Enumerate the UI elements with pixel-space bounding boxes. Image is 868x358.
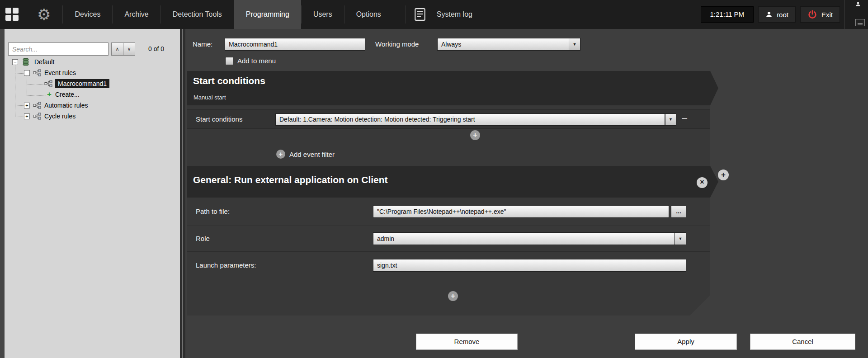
add-to-menu-checkbox[interactable] <box>225 57 233 65</box>
dropdown-arrow-icon: ▼ <box>679 236 683 241</box>
tree-item-cycle-rules[interactable]: + Cycle rules <box>24 111 75 121</box>
dropdown-arrow-icon: ▼ <box>669 117 673 122</box>
tree-label-default: Default <box>34 58 54 66</box>
window-controls <box>844 0 868 29</box>
close-icon: × <box>700 178 704 186</box>
expander-closed-icon[interactable]: + <box>24 103 30 108</box>
working-mode-label: Working mode <box>375 38 419 51</box>
start-condition-dropdown-button[interactable]: ▼ <box>665 113 676 126</box>
action-section-header: General: Run external application on Cli… <box>187 166 718 198</box>
tree-guide-line <box>27 76 27 95</box>
app-window: ⚙ Devices Archive Detection Tools Progra… <box>0 0 868 358</box>
remove-condition-button[interactable]: − <box>681 112 688 125</box>
plus-icon: + <box>473 131 477 139</box>
tree-guide-line <box>15 117 24 117</box>
apps-grid-icon[interactable] <box>5 8 19 21</box>
add-action-button[interactable]: + <box>448 291 458 301</box>
top-bar: ⚙ Devices Archive Detection Tools Progra… <box>0 0 868 29</box>
start-condition-select[interactable]: Default: 1.Camera: Motion detection: Mot… <box>275 113 665 126</box>
system-log-icon[interactable] <box>406 8 430 21</box>
current-user-label: root <box>777 11 788 19</box>
start-conditions-row-label: Start conditions <box>196 110 242 128</box>
search-input[interactable] <box>8 42 108 56</box>
launch-params-label: Launch parameters: <box>196 259 256 272</box>
expander-closed-icon[interactable]: + <box>24 113 30 119</box>
menu-system-log[interactable]: System log <box>430 0 484 29</box>
exit-button[interactable]: Exit <box>800 6 840 23</box>
tree-item-automatic-rules[interactable]: + Automatic rules <box>24 100 88 110</box>
tree-label-event-rules: Event rules <box>44 69 76 76</box>
menu-options[interactable]: Options <box>344 0 393 29</box>
tree-label-create: Create... <box>55 91 80 98</box>
plus-icon: + <box>721 170 726 179</box>
name-label: Name: <box>193 38 212 51</box>
rules-tree-panel: ∧ ∨ 0 of 0 − Default − <box>5 29 180 358</box>
path-input[interactable] <box>373 205 669 218</box>
browse-button[interactable]: ... <box>671 205 686 218</box>
clock: 1:21:11 PM <box>701 6 754 23</box>
tree-guide-line <box>15 73 24 74</box>
cancel-button[interactable]: Cancel <box>750 334 855 350</box>
menu-users[interactable]: Users <box>302 0 344 29</box>
add-event-filter-button[interactable]: + Add event filter <box>276 150 335 159</box>
role-label: Role <box>196 232 210 245</box>
sidebar-splitter[interactable] <box>180 29 185 358</box>
remove-button[interactable]: Remove <box>416 334 518 350</box>
current-user-button[interactable]: root <box>758 6 796 23</box>
settings-gear-icon[interactable]: ⚙ <box>37 0 51 29</box>
menu-detection-tools[interactable]: Detection Tools <box>161 0 234 29</box>
tree-label-automatic-rules: Automatic rules <box>44 102 88 109</box>
add-section-button[interactable]: + <box>718 170 729 180</box>
rule-branch-icon <box>44 80 52 87</box>
remove-action-button[interactable]: × <box>697 177 708 188</box>
tree-guide-line <box>27 95 46 96</box>
launch-params-input[interactable] <box>373 259 686 272</box>
chevron-down-icon: ∨ <box>127 46 131 52</box>
tree-guide-line <box>15 105 24 106</box>
tree-guide-line <box>27 84 43 85</box>
role-dropdown-button[interactable]: ▼ <box>675 232 686 245</box>
start-conditions-title: Start conditions <box>193 75 265 86</box>
tree-label-cycle-rules: Cycle rules <box>44 113 75 120</box>
search-prev-button[interactable]: ∧ <box>111 42 123 56</box>
path-label: Path to file: <box>196 205 230 218</box>
working-mode-select[interactable]: Always <box>437 38 569 51</box>
tree-item-macrocommand1[interactable]: Macrocommand1 <box>44 79 109 89</box>
chevron-up-icon: ∧ <box>115 46 119 52</box>
macro-body-panel: Start conditions Manual start Start cond… <box>187 71 718 316</box>
plus-icon: + <box>276 150 285 159</box>
working-mode-dropdown-button[interactable]: ▼ <box>569 38 580 51</box>
server-database-icon <box>22 57 31 66</box>
splitter-grip <box>182 29 183 358</box>
topbar-right-group: 1:21:11 PM root Exit <box>701 0 868 29</box>
rule-branch-icon <box>33 113 41 120</box>
apply-button[interactable]: Apply <box>635 334 737 350</box>
user-icon <box>765 11 773 18</box>
menu-archive[interactable]: Archive <box>113 0 160 29</box>
manual-start-subtitle: Manual start <box>193 94 226 101</box>
launch-params-row: Launch parameters: <box>187 252 710 278</box>
plus-icon: + <box>451 292 455 300</box>
add-event-filter-label: Add event filter <box>289 151 335 158</box>
start-conditions-header: Start conditions Manual start <box>187 71 718 105</box>
minimize-button[interactable] <box>855 19 865 26</box>
dropdown-arrow-icon: ▼ <box>573 42 577 47</box>
macro-name-input[interactable] <box>225 38 365 51</box>
menu-devices[interactable]: Devices <box>63 0 112 29</box>
rule-branch-icon <box>33 69 41 76</box>
role-select[interactable]: admin <box>373 232 675 245</box>
ellipsis-icon: ... <box>676 207 681 215</box>
add-condition-button[interactable]: + <box>470 130 480 140</box>
rule-branch-icon <box>33 102 41 109</box>
tree-item-create[interactable]: + Create... <box>47 90 80 99</box>
add-to-menu-label: Add to menu <box>237 57 276 65</box>
tree-item-event-rules[interactable]: − Event rules <box>24 68 76 78</box>
expander-open-icon[interactable]: − <box>12 59 18 65</box>
tree-item-default[interactable]: − Default <box>12 57 54 67</box>
search-next-button[interactable]: ∨ <box>123 42 135 56</box>
role-row: Role admin ▼ <box>187 226 710 252</box>
mini-user-icon <box>855 0 861 9</box>
left-edge-strip <box>0 29 5 358</box>
menu-programming[interactable]: Programming <box>234 0 301 29</box>
expander-open-icon[interactable]: − <box>24 70 30 76</box>
